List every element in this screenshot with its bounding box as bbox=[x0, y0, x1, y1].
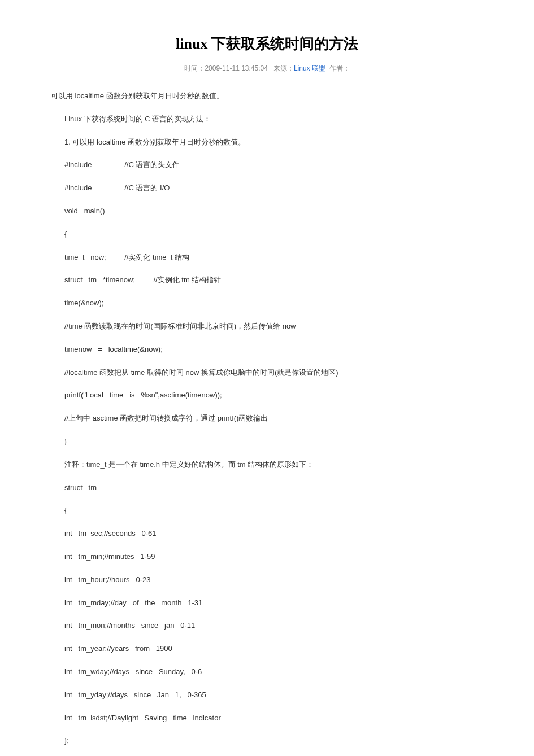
content-line: int tm_mday;//day of the month 1-31 bbox=[64, 597, 483, 609]
content-line: int tm_year;//years from 1900 bbox=[64, 643, 483, 655]
content-line: }; bbox=[64, 735, 483, 747]
content-line: 注释：time_t 是一个在 time.h 中定义好的结构体。而 tm 结构体的… bbox=[64, 459, 483, 471]
content-line: struct tm *timenow; //实例化 tm 结构指针 bbox=[64, 274, 483, 286]
article-content: 可以用 localtime 函数分别获取年月日时分秒的数值。 Linux 下获得… bbox=[51, 90, 483, 756]
article-meta: 时间：2009-11-11 13:45:04 来源：Linux 联盟 作者： bbox=[51, 64, 483, 73]
content-line: int tm_min;//minutes 1-59 bbox=[64, 551, 483, 563]
author-label: 作者： bbox=[329, 64, 350, 72]
content-line: #include //C 语言的头文件 bbox=[64, 159, 483, 171]
content-line: printf("Local time is %sn",asctime(timen… bbox=[64, 390, 483, 401]
content-line: int tm_sec;//seconds 0-61 bbox=[64, 528, 483, 540]
content-line: 1. 可以用 localtime 函数分别获取年月日时分秒的数值。 bbox=[64, 137, 483, 148]
page-title: linux 下获取系统时间的方法 bbox=[51, 34, 483, 54]
content-line: Linux 下获得系统时间的 C 语言的实现方法： bbox=[64, 113, 483, 125]
content-line: struct tm bbox=[64, 482, 483, 494]
content-line: time_t now; //实例化 time_t 结构 bbox=[64, 252, 483, 264]
content-line: void main() bbox=[64, 206, 483, 217]
source-link[interactable]: Linux 联盟 bbox=[294, 64, 325, 72]
content-line: int tm_mon;//months since jan 0-11 bbox=[64, 620, 483, 632]
content-line: { bbox=[64, 505, 483, 517]
content-line: int tm_isdst;//Daylight Saving time indi… bbox=[64, 713, 483, 724]
content-line: int tm_hour;//hours 0-23 bbox=[64, 574, 483, 586]
content-line: } bbox=[64, 436, 483, 448]
source-label: 来源： bbox=[273, 64, 294, 72]
content-line: { bbox=[64, 229, 483, 241]
content-line: int tm_yday;//days since Jan 1, 0-365 bbox=[64, 689, 483, 701]
content-line: //time 函数读取现在的时间(国际标准时间非北京时间)，然后传值给 now bbox=[64, 321, 483, 333]
content-line: 可以用 localtime 函数分别获取年月日时分秒的数值。 bbox=[51, 90, 483, 102]
time-label: 时间： bbox=[184, 64, 205, 72]
content-line: time(&now); bbox=[64, 298, 483, 309]
content-line: timenow = localtime(&now); bbox=[64, 344, 483, 356]
content-line: #include //C 语言的 I/O bbox=[64, 182, 483, 194]
time-value: 2009-11-11 13:45:04 bbox=[205, 64, 267, 72]
content-line: //上句中 asctime 函数把时间转换成字符，通过 printf()函数输出 bbox=[64, 413, 483, 425]
content-line: //localtime 函数把从 time 取得的时间 now 换算成你电脑中的… bbox=[64, 367, 483, 379]
content-line: int tm_wday;//days since Sunday, 0-6 bbox=[64, 666, 483, 678]
